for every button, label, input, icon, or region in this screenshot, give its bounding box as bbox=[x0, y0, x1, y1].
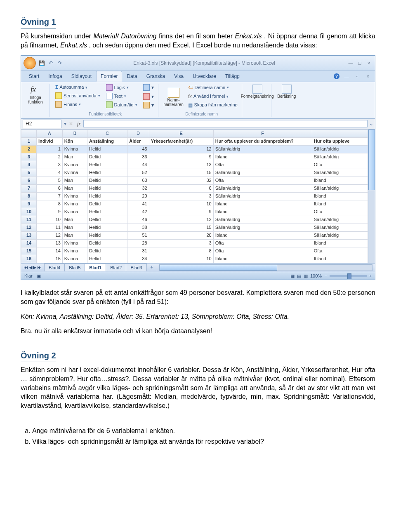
cell[interactable]: Heltid bbox=[87, 192, 127, 200]
cell[interactable]: Man bbox=[62, 231, 87, 239]
cell[interactable]: Sällan/aldrig bbox=[213, 145, 312, 153]
cell[interactable]: 51 bbox=[127, 231, 149, 239]
math-button[interactable]: ▾ bbox=[142, 93, 155, 100]
cell[interactable]: 45 bbox=[127, 145, 149, 153]
cell[interactable]: Deltid bbox=[87, 216, 127, 224]
view-layout-icon[interactable]: ▤ bbox=[297, 273, 301, 279]
cell[interactable]: 13 bbox=[149, 161, 213, 169]
redo-icon[interactable]: ↷ bbox=[57, 60, 63, 66]
cell[interactable]: Sällan/aldrig bbox=[213, 184, 312, 192]
cell[interactable]: 8 bbox=[37, 200, 63, 208]
cell[interactable]: Heltid bbox=[87, 255, 127, 263]
cell[interactable]: Man bbox=[62, 184, 87, 192]
cell[interactable]: 41 bbox=[127, 200, 149, 208]
cell[interactable]: Kön bbox=[62, 137, 87, 145]
cell[interactable]: Man bbox=[62, 177, 87, 184]
ribbon-tab-data[interactable]: Data bbox=[122, 71, 141, 82]
row-header[interactable]: 1 bbox=[21, 137, 37, 145]
cell[interactable]: Ofta bbox=[213, 161, 312, 169]
insert-function-button[interactable]: fx Infoga funktion bbox=[25, 84, 46, 105]
cell[interactable]: Ålder bbox=[127, 137, 149, 145]
col-header[interactable]: C bbox=[87, 129, 127, 137]
cell[interactable]: 3 bbox=[149, 192, 213, 200]
cell[interactable]: Sällan/aldrig bbox=[312, 153, 368, 161]
row-header[interactable]: 15 bbox=[21, 247, 37, 255]
formula-audit-button[interactable]: Formelgranskning bbox=[247, 84, 268, 100]
scrollbar-thumb[interactable] bbox=[368, 129, 375, 191]
cell[interactable]: 1 bbox=[37, 145, 63, 153]
cell[interactable]: Sällan/aldrig bbox=[213, 169, 312, 177]
row-header[interactable]: 9 bbox=[21, 200, 37, 208]
cell[interactable]: 10 bbox=[149, 255, 213, 263]
cell[interactable]: 12 bbox=[149, 216, 213, 224]
fx-label-icon[interactable]: fx bbox=[77, 120, 81, 127]
cell[interactable]: Ibland bbox=[213, 200, 312, 208]
cell[interactable]: 44 bbox=[127, 161, 149, 169]
expand-formula-bar-icon[interactable]: ⌄ bbox=[369, 120, 373, 127]
sheet-tab[interactable]: Blad5 bbox=[64, 264, 85, 272]
sheet-tab[interactable]: Blad3 bbox=[126, 264, 146, 272]
cell[interactable]: Man bbox=[62, 153, 87, 161]
cell[interactable]: Sällan/aldrig bbox=[213, 224, 312, 231]
scrollbar-thumb[interactable] bbox=[160, 265, 278, 271]
new-sheet-icon[interactable]: ✦ bbox=[146, 264, 157, 271]
ribbon-tab-utvecklare[interactable]: Utvecklare bbox=[188, 71, 221, 82]
cell[interactable]: 9 bbox=[37, 208, 63, 216]
zoom-out-icon[interactable]: − bbox=[324, 273, 327, 279]
ribbon-tab-tillagg[interactable]: Tillägg bbox=[221, 71, 244, 82]
cell[interactable]: Deltid bbox=[87, 247, 127, 255]
tab-nav-last-icon[interactable]: ⏭ bbox=[37, 264, 42, 271]
sheet-tab[interactable]: Blad2 bbox=[106, 264, 126, 272]
cell[interactable]: Ibland bbox=[213, 231, 312, 239]
col-header[interactable]: B bbox=[62, 129, 87, 137]
cell[interactable]: 38 bbox=[127, 224, 149, 231]
finance-button[interactable]: Finans bbox=[54, 101, 101, 108]
text-button[interactable]: Text bbox=[105, 92, 138, 100]
row-header[interactable]: 4 bbox=[21, 161, 37, 169]
zoom-level[interactable]: 100% bbox=[310, 273, 322, 279]
cell[interactable]: Deltid bbox=[87, 200, 127, 208]
cell[interactable]: 60 bbox=[127, 177, 149, 184]
view-normal-icon[interactable]: ▦ bbox=[290, 273, 295, 279]
save-icon[interactable]: 💾 bbox=[38, 60, 45, 66]
slider-thumb[interactable] bbox=[347, 273, 351, 279]
row-header[interactable]: 7 bbox=[21, 184, 37, 192]
row-header[interactable]: 16 bbox=[21, 255, 37, 263]
cell[interactable]: 42 bbox=[127, 208, 149, 216]
macro-record-icon[interactable]: ▣ bbox=[37, 273, 41, 279]
recent-button[interactable]: Senast använda bbox=[54, 92, 101, 99]
cell[interactable]: 9 bbox=[149, 208, 213, 216]
cell[interactable]: 12 bbox=[37, 231, 63, 239]
close-icon[interactable]: × bbox=[365, 60, 372, 66]
vertical-scrollbar[interactable] bbox=[368, 129, 375, 263]
doc-close-icon[interactable]: × bbox=[364, 73, 372, 80]
cell[interactable]: Man bbox=[62, 224, 87, 231]
row-header[interactable]: 14 bbox=[21, 239, 37, 247]
cell[interactable]: Deltid bbox=[87, 153, 127, 161]
cell[interactable]: 52 bbox=[127, 169, 149, 177]
cell[interactable]: 3 bbox=[37, 161, 63, 169]
sheet-tab-active[interactable]: Blad1 bbox=[85, 264, 106, 272]
cell[interactable]: Ibland bbox=[312, 200, 368, 208]
cell[interactable]: Hur ofta upplever du sömnproblem? bbox=[213, 137, 312, 145]
cell[interactable]: Sällan/aldrig bbox=[312, 224, 368, 231]
cell[interactable]: Kvinna bbox=[62, 169, 87, 177]
date-button[interactable]: Datum/tid bbox=[105, 101, 138, 108]
ribbon-tab-infoga[interactable]: Infoga bbox=[44, 71, 66, 82]
use-in-formula-button[interactable]: fxAnvänd i formel bbox=[187, 93, 238, 100]
cell[interactable]: Heltid bbox=[87, 208, 127, 216]
cell[interactable]: Anställning bbox=[87, 137, 127, 145]
row-header[interactable]: 13 bbox=[21, 231, 37, 239]
cell[interactable]: Yrkeserfarenhet(år) bbox=[149, 137, 213, 145]
doc-restore-icon[interactable]: ▫ bbox=[354, 73, 361, 80]
more-fn-button[interactable]: ▾ bbox=[142, 101, 155, 109]
cell[interactable]: Kvinna bbox=[62, 145, 87, 153]
cell[interactable]: Kvinna bbox=[62, 161, 87, 169]
row-header[interactable]: 11 bbox=[21, 216, 37, 224]
cell[interactable]: 6 bbox=[37, 184, 63, 192]
cell[interactable]: Sällan/aldrig bbox=[312, 145, 368, 153]
cell[interactable]: Heltid bbox=[87, 231, 127, 239]
row-header[interactable]: 2 bbox=[21, 145, 37, 153]
cell[interactable]: 7 bbox=[37, 192, 63, 200]
col-header[interactable]: F bbox=[213, 129, 312, 137]
